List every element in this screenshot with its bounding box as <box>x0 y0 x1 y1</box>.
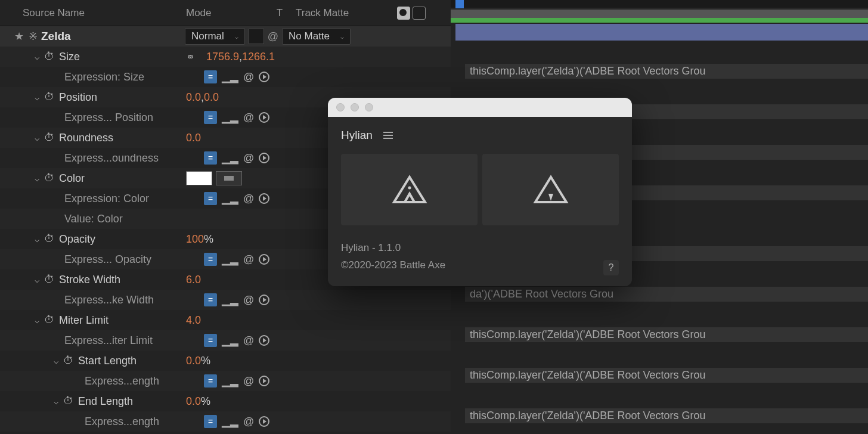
header-mode[interactable]: Mode <box>179 7 267 19</box>
expression-pickwhip-icon[interactable]: @ <box>243 253 254 266</box>
close-window-icon[interactable] <box>336 103 345 111</box>
expression-graph-icon[interactable]: ▁▂ <box>222 374 238 388</box>
expression-text[interactable]: da')('ADBE Root Vectors Grou <box>451 284 868 304</box>
property-value[interactable]: 0.0% <box>186 355 210 367</box>
twirl-down-icon[interactable]: ⌵ <box>30 315 44 325</box>
expression-graph-icon[interactable]: ▁▂ <box>222 111 238 124</box>
hylian-mode-a-button[interactable] <box>341 154 478 225</box>
twirl-down-icon[interactable]: ⌵ <box>30 52 44 61</box>
expression-enable-icon[interactable]: = <box>204 415 217 428</box>
property-miter-limit[interactable]: ⌵⏱Miter Limit4.0 <box>0 310 451 330</box>
stopwatch-icon[interactable]: ⏱ <box>44 172 54 184</box>
expression-enable-icon[interactable]: = <box>204 70 217 83</box>
header-track-matte[interactable]: Track Matte <box>292 7 349 19</box>
expression-pickwhip-icon[interactable]: @ <box>243 334 254 347</box>
shy-toggle-icon[interactable] <box>397 7 410 20</box>
expression-pickwhip-icon[interactable]: @ <box>243 111 254 124</box>
color-eyedropper-icon[interactable] <box>216 171 242 185</box>
property-start-length[interactable]: ⌵⏱Start Length0.0% <box>0 351 451 371</box>
color-swatch[interactable] <box>186 171 212 185</box>
minimize-window-icon[interactable] <box>351 103 359 111</box>
expression-enable-icon[interactable]: = <box>204 293 217 306</box>
stopwatch-icon[interactable]: ⏱ <box>44 233 54 245</box>
twirl-down-icon[interactable]: ⌵ <box>49 356 63 365</box>
timeline-ruler[interactable] <box>451 0 868 8</box>
layer-zelda[interactable]: ★ ※ Zelda Normal⌵ @ No Matte⌵ <box>0 26 451 46</box>
expression-enable-icon[interactable]: = <box>204 151 217 165</box>
twirl-down-icon[interactable]: ⌵ <box>49 396 63 406</box>
expression-enable-icon[interactable]: = <box>204 374 217 388</box>
stopwatch-icon[interactable]: ⏱ <box>44 314 54 326</box>
expression-text[interactable]: thisComp.layer('Zelda')('ADBE Root Vecto… <box>451 405 868 426</box>
expression-enable-icon[interactable]: = <box>204 192 217 205</box>
expression-row[interactable]: Express...iter Limit=▁▂@ <box>0 330 451 351</box>
stopwatch-icon[interactable]: ⏱ <box>63 395 73 407</box>
expression-row[interactable]: Express...ength=▁▂@ <box>0 371 451 391</box>
track-matte-dropdown[interactable]: No Matte⌵ <box>282 28 351 45</box>
property-value[interactable]: 100% <box>186 233 213 246</box>
expression-row[interactable]: Expression: Size=▁▂@ <box>0 67 451 87</box>
stopwatch-icon[interactable]: ⏱ <box>63 355 73 367</box>
expression-graph-icon[interactable]: ▁▂ <box>222 334 238 347</box>
expression-language-menu-icon[interactable] <box>259 294 269 305</box>
header-source-name[interactable]: Source Name <box>0 7 179 19</box>
help-button[interactable]: ? <box>603 260 619 275</box>
header-track-t[interactable]: T <box>267 7 292 19</box>
expression-language-menu-icon[interactable] <box>259 416 269 427</box>
expression-language-menu-icon[interactable] <box>259 254 269 265</box>
expression-text[interactable]: thisComp.layer('Zelda')('ADBE Root Vecto… <box>451 365 868 385</box>
expression-pickwhip-icon[interactable]: @ <box>243 193 254 205</box>
expression-text[interactable]: thisComp.layer('Zelda')('ADBE Root Vecto… <box>451 61 868 81</box>
expression-pickwhip-icon[interactable]: @ <box>243 416 254 428</box>
fx-toggle-icon[interactable] <box>413 7 426 20</box>
expression-language-menu-icon[interactable] <box>259 335 269 346</box>
constrain-proportions-icon[interactable]: ⚭ <box>186 50 195 63</box>
parent-pickwhip-icon[interactable]: @ <box>268 30 278 43</box>
stopwatch-icon[interactable]: ⏱ <box>44 51 54 63</box>
twirl-down-icon[interactable]: ⌵ <box>30 275 44 284</box>
expression-enable-icon[interactable]: = <box>204 253 217 266</box>
expression-pickwhip-icon[interactable]: @ <box>243 71 254 83</box>
expression-row[interactable]: Express...ength=▁▂@ <box>0 411 451 432</box>
stopwatch-icon[interactable]: ⏱ <box>44 132 54 144</box>
expression-graph-icon[interactable]: ▁▂ <box>222 192 238 205</box>
twirl-down-icon[interactable]: ⌵ <box>30 234 44 244</box>
expression-pickwhip-icon[interactable]: @ <box>243 294 254 306</box>
stopwatch-icon[interactable]: ⏱ <box>44 91 54 103</box>
stopwatch-icon[interactable]: ⏱ <box>44 274 54 286</box>
expression-graph-icon[interactable]: ▁▂ <box>222 70 238 83</box>
property-value[interactable]: 0.0 <box>186 132 201 144</box>
expression-graph-icon[interactable]: ▁▂ <box>222 253 238 266</box>
expression-graph-icon[interactable]: ▁▂ <box>222 293 238 306</box>
expression-language-menu-icon[interactable] <box>259 193 269 204</box>
expression-text[interactable]: thisComp.layer('Zelda')('ADBE Root Vecto… <box>451 324 868 345</box>
twirl-down-icon[interactable]: ⌵ <box>30 133 44 142</box>
expression-language-menu-icon[interactable] <box>259 376 269 386</box>
layer-duration-bar[interactable] <box>455 24 868 41</box>
property-size[interactable]: ⌵⏱Size⚭1756.9,1266.1 <box>0 46 451 67</box>
expression-enable-icon[interactable]: = <box>204 111 217 124</box>
property-value[interactable]: 0.0% <box>186 395 210 408</box>
expression-language-menu-icon[interactable] <box>259 112 269 123</box>
property-value[interactable]: 1756.9,1266.1 <box>206 51 275 63</box>
property-end-length[interactable]: ⌵⏱End Length0.0% <box>0 391 451 411</box>
menu-icon[interactable] <box>383 132 393 139</box>
maximize-window-icon[interactable] <box>365 103 373 111</box>
hylian-mode-b-button[interactable] <box>482 154 619 225</box>
expression-row[interactable]: Express...ke Width=▁▂@ <box>0 290 451 310</box>
property-value[interactable]: 6.0 <box>186 274 201 286</box>
expression-pickwhip-icon[interactable]: @ <box>243 152 254 165</box>
blend-mode-dropdown[interactable]: Normal⌵ <box>185 28 245 45</box>
property-value[interactable]: 4.0 <box>186 314 201 327</box>
expression-graph-icon[interactable]: ▁▂ <box>222 151 238 165</box>
property-value[interactable]: 0.0,0.0 <box>186 91 219 104</box>
expression-enable-icon[interactable]: = <box>204 334 217 347</box>
expression-pickwhip-icon[interactable]: @ <box>243 375 254 388</box>
expression-language-menu-icon[interactable] <box>259 72 269 82</box>
work-area-bar[interactable] <box>451 10 868 18</box>
expression-graph-icon[interactable]: ▁▂ <box>222 415 238 428</box>
twirl-down-icon[interactable]: ⌵ <box>30 92 44 102</box>
preserve-transparency-toggle[interactable] <box>249 29 264 44</box>
playhead-icon[interactable] <box>455 0 464 8</box>
twirl-down-icon[interactable]: ⌵ <box>30 173 44 183</box>
